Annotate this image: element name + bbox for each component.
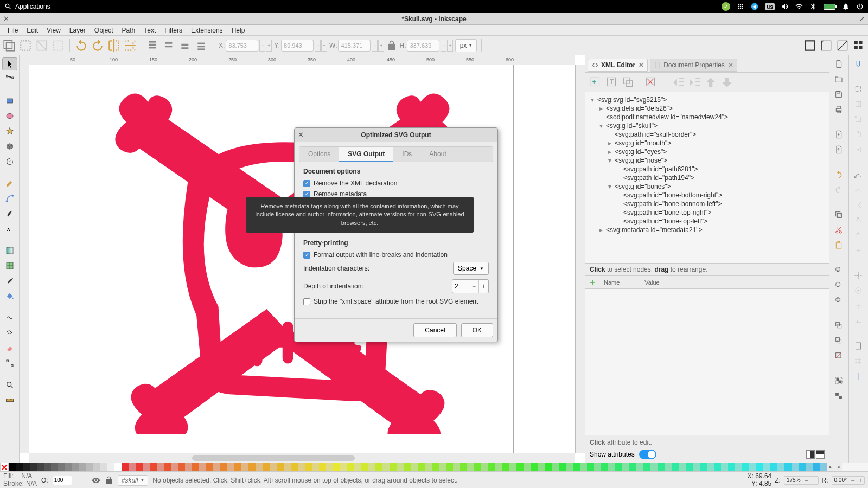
- color-swatch[interactable]: [594, 463, 601, 471]
- color-swatch[interactable]: [206, 463, 213, 471]
- wifi-icon[interactable]: [795, 3, 803, 10]
- select-all-layers-icon[interactable]: [2, 38, 16, 53]
- color-swatch[interactable]: [58, 463, 65, 471]
- menu-file[interactable]: File: [3, 25, 22, 35]
- telegram-icon[interactable]: [751, 3, 758, 10]
- menu-view[interactable]: View: [42, 25, 65, 35]
- depth-decrement[interactable]: −: [469, 280, 478, 293]
- xml-node[interactable]: ▾<svg:svg id="svg5215">: [590, 95, 825, 104]
- color-swatch[interactable]: [531, 463, 538, 471]
- color-swatch[interactable]: [44, 463, 51, 471]
- color-swatch[interactable]: [199, 463, 206, 471]
- color-swatch[interactable]: [9, 463, 16, 471]
- open-document-icon[interactable]: [831, 73, 846, 86]
- color-swatch[interactable]: [481, 463, 488, 471]
- menu-text[interactable]: Text: [139, 25, 160, 35]
- depth-increment[interactable]: +: [478, 280, 488, 293]
- color-swatch[interactable]: [502, 463, 509, 471]
- menu-edit[interactable]: Edit: [22, 25, 42, 35]
- color-swatch[interactable]: [467, 463, 474, 471]
- transform-move-patterns-icon[interactable]: [852, 38, 866, 53]
- undo-icon[interactable]: [831, 168, 846, 181]
- spray-tool[interactable]: [2, 326, 17, 339]
- color-swatch[interactable]: [721, 463, 728, 471]
- rotate-cw-icon[interactable]: [91, 38, 105, 53]
- color-swatch[interactable]: [178, 463, 185, 471]
- snap-cusp-icon[interactable]: [851, 214, 866, 227]
- color-swatch[interactable]: [700, 463, 707, 471]
- color-swatch[interactable]: [93, 463, 100, 471]
- color-swatch[interactable]: [122, 463, 129, 471]
- new-element-node-icon[interactable]: +: [589, 75, 603, 89]
- color-swatch[interactable]: [171, 463, 178, 471]
- color-swatch[interactable]: [538, 463, 545, 471]
- color-swatch[interactable]: [806, 463, 813, 471]
- color-swatch[interactable]: [820, 463, 827, 471]
- color-swatch[interactable]: [241, 463, 248, 471]
- color-swatch[interactable]: [72, 463, 79, 471]
- paint-bucket-tool[interactable]: [2, 290, 17, 303]
- color-swatch[interactable]: [164, 463, 171, 471]
- depth-input[interactable]: [452, 280, 469, 292]
- ellipse-tool[interactable]: [2, 110, 17, 123]
- xml-node[interactable]: <svg:path id="bone-top-right">: [590, 208, 825, 217]
- color-swatch[interactable]: [79, 463, 86, 471]
- color-swatch[interactable]: [277, 463, 284, 471]
- xml-editor-tab[interactable]: XML Editor✕: [588, 59, 648, 72]
- layer-lock-icon[interactable]: [105, 476, 113, 485]
- snap-smooth-icon[interactable]: [851, 229, 866, 242]
- snap-grid-icon[interactable]: [851, 355, 866, 368]
- color-swatch[interactable]: [495, 463, 502, 471]
- dialog-titlebar[interactable]: ✕ Optimized SVG Output: [295, 128, 497, 142]
- color-swatch[interactable]: [679, 463, 686, 471]
- flip-v-icon[interactable]: [123, 38, 137, 53]
- text-tool[interactable]: A: [2, 222, 17, 235]
- color-swatch[interactable]: [488, 463, 495, 471]
- volume-icon[interactable]: [781, 3, 789, 10]
- snap-text-baseline-icon[interactable]: T: [851, 314, 866, 328]
- chk-remove-xml-declaration[interactable]: [303, 180, 310, 187]
- color-swatch[interactable]: [185, 463, 192, 471]
- color-swatch[interactable]: [51, 463, 58, 471]
- color-swatch[interactable]: [770, 463, 777, 471]
- color-swatch[interactable]: [129, 463, 136, 471]
- color-swatch[interactable]: [650, 463, 658, 471]
- measure-tool[interactable]: [2, 394, 17, 407]
- transform-scale-stroke-icon[interactable]: [803, 38, 817, 53]
- import-icon[interactable]: [831, 128, 846, 141]
- rectangle-tool[interactable]: [2, 94, 17, 107]
- move-down-icon[interactable]: [720, 75, 734, 89]
- color-swatch[interactable]: [305, 463, 312, 471]
- color-swatch[interactable]: [707, 463, 714, 471]
- color-swatch[interactable]: [192, 463, 199, 471]
- xml-node[interactable]: <svg:path id="path194">: [590, 174, 825, 182]
- color-swatch[interactable]: [37, 463, 44, 471]
- color-swatch[interactable]: [792, 463, 799, 471]
- color-swatch[interactable]: [439, 463, 446, 471]
- pencil-tool[interactable]: [2, 177, 17, 190]
- color-swatch[interactable]: [784, 463, 792, 471]
- dropper-tool[interactable]: [2, 274, 17, 287]
- zoom-drawing-icon[interactable]: [831, 279, 846, 292]
- color-swatch[interactable]: [453, 463, 460, 471]
- color-swatch[interactable]: [552, 463, 559, 471]
- color-swatch[interactable]: [23, 463, 30, 471]
- zoom-out-button[interactable]: −: [803, 477, 810, 484]
- color-swatch[interactable]: [587, 463, 594, 471]
- color-swatch[interactable]: [559, 463, 566, 471]
- color-swatch[interactable]: [446, 463, 453, 471]
- snap-bbox-corner-icon[interactable]: [851, 113, 866, 126]
- window-close-button[interactable]: ✕: [3, 15, 9, 23]
- color-swatch[interactable]: [86, 463, 93, 471]
- color-swatch[interactable]: [114, 463, 122, 471]
- color-swatch[interactable]: [545, 463, 552, 471]
- lower-bottom-icon[interactable]: [195, 38, 209, 53]
- ok-button[interactable]: OK: [461, 323, 493, 337]
- color-swatch[interactable]: [256, 463, 263, 471]
- paste-icon[interactable]: [831, 239, 846, 252]
- snap-rotation-center-icon[interactable]: [851, 299, 866, 312]
- color-swatch[interactable]: [686, 463, 693, 471]
- new-document-icon[interactable]: [831, 57, 846, 70]
- snap-intersection-icon[interactable]: [851, 198, 866, 211]
- color-swatch[interactable]: [404, 463, 411, 471]
